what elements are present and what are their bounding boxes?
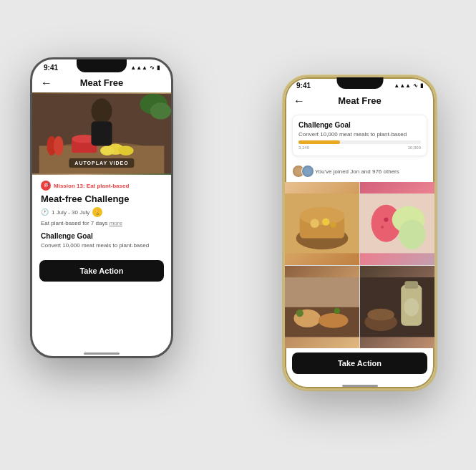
nav-bar-right: ← Meat Free bbox=[285, 91, 434, 110]
svg-point-4 bbox=[118, 145, 133, 155]
home-indicator-right bbox=[285, 385, 434, 388]
food-cell-2 bbox=[360, 182, 434, 265]
join-row: You've joined Jon and 976 others bbox=[285, 160, 434, 182]
time-right: 9:41 bbox=[296, 82, 311, 90]
home-indicator-left bbox=[32, 353, 171, 356]
food-cell-3 bbox=[285, 266, 359, 349]
take-action-button-left[interactable]: Take Action bbox=[39, 260, 164, 282]
progress-max: 10,000 bbox=[408, 145, 421, 150]
phone-right: 9:41 ▲▲▲ ∿ ▮ ← Meat Free Challenge Goal … bbox=[283, 75, 437, 390]
wifi-icon: ∿ bbox=[150, 64, 155, 71]
goal-desc-left: Convert 10,000 meat meals to plant-based bbox=[41, 242, 162, 249]
body-left: 🎯 Mission 13: Eat plant-based Meat-free … bbox=[32, 175, 171, 260]
home-bar bbox=[84, 352, 120, 355]
svg-point-27 bbox=[381, 226, 384, 229]
mission-tag: 🎯 Mission 13: Eat plant-based bbox=[41, 181, 162, 191]
back-button-right[interactable]: ← bbox=[293, 95, 305, 107]
date-badge: 🏆 bbox=[92, 207, 102, 217]
status-icons-right: ▲▲▲ ∿ ▮ bbox=[394, 82, 423, 89]
svg-point-33 bbox=[334, 307, 340, 313]
status-icons-left: ▲▲▲ ∿ ▮ bbox=[130, 64, 160, 71]
home-bar-right bbox=[342, 385, 378, 387]
notch-left bbox=[77, 59, 127, 72]
svg-point-37 bbox=[404, 298, 419, 316]
goal-heading-right: Challenge Goal bbox=[298, 121, 421, 129]
svg-point-19 bbox=[310, 219, 319, 228]
svg-point-9 bbox=[91, 99, 112, 124]
svg-point-5 bbox=[100, 145, 114, 155]
avatar-2 bbox=[301, 165, 314, 178]
svg-point-12 bbox=[150, 102, 171, 119]
svg-point-18 bbox=[300, 207, 344, 225]
back-button-left[interactable]: ← bbox=[41, 77, 52, 90]
svg-point-26 bbox=[384, 217, 388, 221]
svg-rect-10 bbox=[91, 122, 112, 146]
take-action-button-right[interactable]: Take Action bbox=[292, 352, 427, 374]
svg-point-20 bbox=[322, 218, 329, 225]
challenge-date: 🕐 1 July - 30 July 🏆 bbox=[41, 207, 162, 217]
svg-point-39 bbox=[367, 308, 394, 320]
progress-labels: 3,140 10,000 bbox=[298, 145, 421, 150]
nav-title-right: Meat Free bbox=[338, 95, 382, 106]
hero-label-left: AUTOPLAY VIDEO bbox=[69, 158, 134, 168]
goal-heading-left: Challenge Goal bbox=[41, 232, 162, 240]
goal-desc-right: Convert 10,000 meat meals to plant-based bbox=[298, 131, 421, 138]
time-left: 9:41 bbox=[44, 64, 58, 72]
svg-point-25 bbox=[399, 220, 425, 250]
challenge-goal-card: Challenge Goal Convert 10,000 meat meals… bbox=[292, 115, 427, 156]
desc-text: Eat plant-based for 7 days bbox=[41, 220, 107, 226]
more-link[interactable]: more bbox=[110, 220, 122, 226]
food-cell-1 bbox=[285, 182, 359, 265]
nav-title-left: Meat Free bbox=[80, 77, 124, 88]
mission-icon: 🎯 bbox=[41, 181, 51, 191]
notch-right bbox=[336, 77, 383, 89]
svg-rect-36 bbox=[404, 281, 418, 288]
take-action-area-left: Take Action bbox=[32, 260, 171, 292]
mission-text: Mission 13: Eat plant-based bbox=[54, 183, 129, 189]
hero-left: AUTOPLAY VIDEO bbox=[32, 92, 171, 175]
screen-content-left: AUTOPLAY VIDEO 🎯 Mission 13: Eat plant-b… bbox=[32, 92, 171, 353]
svg-point-14 bbox=[54, 136, 64, 155]
battery-icon: ▮ bbox=[157, 64, 160, 71]
battery-icon-r: ▮ bbox=[420, 82, 423, 89]
clock-icon: 🕐 bbox=[41, 208, 49, 216]
signal-icon: ▲▲▲ bbox=[130, 64, 147, 71]
svg-point-31 bbox=[319, 313, 349, 328]
nav-bar-left: ← Meat Free bbox=[32, 73, 171, 92]
challenge-desc: Eat plant-based for 7 days more bbox=[41, 220, 162, 226]
join-text: You've joined Jon and 976 others bbox=[315, 168, 399, 175]
bottom-action-right: Take Action bbox=[285, 348, 434, 385]
svg-point-32 bbox=[296, 309, 303, 316]
food-cell-4 bbox=[360, 266, 434, 349]
scene: 9:41 ▲▲▲ ∿ ▮ ← Meat Free bbox=[0, 0, 476, 470]
challenge-title: Meat-free Challenge bbox=[41, 193, 162, 204]
signal-icon-r: ▲▲▲ bbox=[394, 82, 411, 89]
phone-left: 9:41 ▲▲▲ ∿ ▮ ← Meat Free bbox=[30, 57, 173, 358]
food-collage bbox=[285, 182, 434, 348]
wifi-icon-r: ∿ bbox=[413, 82, 418, 89]
progress-current: 3,140 bbox=[298, 145, 309, 150]
date-text: 1 July - 30 July bbox=[52, 209, 89, 216]
progress-bar-wrap bbox=[298, 140, 421, 144]
svg-point-21 bbox=[330, 222, 336, 228]
progress-bar-fill bbox=[298, 140, 340, 144]
avatar-group bbox=[292, 165, 311, 178]
